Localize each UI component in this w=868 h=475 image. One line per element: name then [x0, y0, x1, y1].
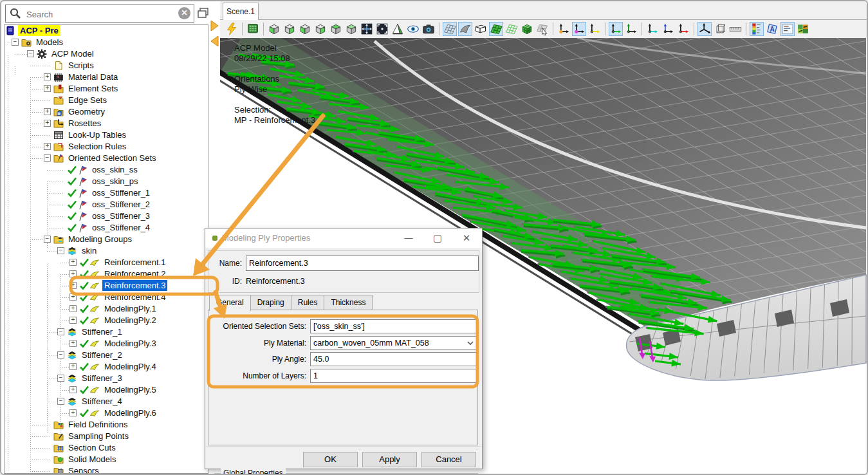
tree-item-oss-stiffener-1[interactable]: oss_Stiffener_1 [5, 187, 208, 199]
tree-item-modelingply-4[interactable]: +ModelingPly.4 [5, 361, 208, 373]
collapse-icon[interactable]: − [12, 39, 19, 46]
minimize-icon[interactable]: — [398, 228, 419, 247]
show-transverse-direction-icon[interactable] [624, 22, 638, 36]
tree-item-reinforcement-4[interactable]: +Reinforcement.4 [5, 292, 208, 303]
tree-item-label[interactable]: Reinforcement.4 [102, 292, 167, 303]
tree-item-edge-sets[interactable]: Edge Sets [5, 95, 208, 106]
tree-item-label[interactable]: ModelingPly.6 [102, 407, 158, 418]
fit-view-icon[interactable] [360, 22, 374, 36]
tree-item-geometry[interactable]: +Geometry [5, 106, 208, 118]
tree-item-label[interactable]: Scripts [66, 60, 96, 71]
element-wire-cube-icon[interactable] [713, 22, 727, 36]
tree-item-look-up-tables[interactable]: Look-Up Tables [5, 129, 208, 141]
tree-item-stiffener-1[interactable]: −Stiffener_1 [5, 326, 208, 338]
tree-item-label[interactable]: skin [80, 245, 98, 256]
isometric-view-icon[interactable] [391, 22, 405, 36]
show-mesh-icon[interactable] [443, 22, 457, 36]
tree-item-reinforcement-2[interactable]: +Reinforcement.2 [5, 268, 208, 280]
tree-item-label[interactable]: Geometry [66, 106, 107, 117]
tree-item-solid-models[interactable]: Solid Models [5, 454, 208, 465]
tree-item-label[interactable]: oss_skin_ss [90, 164, 140, 175]
field-input-ply-angle[interactable]: 45.0 [310, 352, 477, 366]
tree-item-label[interactable]: oss_Stiffener_2 [90, 199, 152, 210]
tree-item-label[interactable]: Rosettes [66, 118, 103, 129]
probe-mesh-icon[interactable] [535, 22, 549, 36]
duplicate-panel-icon[interactable] [196, 6, 210, 21]
tree-item-label[interactable]: oss_Stiffener_4 [90, 222, 152, 233]
tree-item-models[interactable]: −Models [5, 37, 208, 48]
maximize-icon[interactable]: ▢ [427, 228, 448, 247]
tree-item-label[interactable]: Look-Up Tables [66, 129, 128, 140]
tree-item-label[interactable]: Reinforcement.2 [102, 268, 167, 279]
expand-icon[interactable]: + [69, 259, 77, 266]
tree-item-selection-rules[interactable]: +Selection Rules [5, 141, 208, 153]
expand-icon[interactable]: + [44, 108, 51, 115]
expand-icon[interactable]: + [44, 143, 51, 150]
tree-item-stiffener-3[interactable]: −Stiffener_3 [5, 373, 208, 384]
dialog-titlebar[interactable]: Modeling Ply Properties — ▢ ✕ [205, 228, 482, 248]
view-back-icon[interactable] [282, 22, 297, 36]
tree-item-modelingply-1[interactable]: +ModelingPly.1 [5, 303, 208, 315]
tree-item-reinforcement-1[interactable]: +Reinforcement.1 [5, 257, 208, 268]
tree-item-label[interactable]: oss_Stiffener_3 [90, 210, 152, 221]
tree-item-label[interactable]: Stiffener_1 [80, 326, 124, 337]
cancel-button[interactable]: Cancel [421, 452, 476, 467]
tree-item-modelingply-2[interactable]: +ModelingPly.2 [5, 315, 208, 326]
show-user-cs-icon[interactable] [557, 22, 571, 36]
show-offset-direction-icon[interactable] [587, 22, 602, 36]
measure-ruler-icon[interactable] [728, 22, 743, 36]
field-input-number-of-layers[interactable]: 1 [310, 369, 477, 383]
expand-icon[interactable]: + [69, 340, 77, 347]
tree-item-label[interactable]: ModelingPly.3 [102, 338, 158, 349]
view-left-icon[interactable] [298, 22, 312, 36]
expand-icon[interactable]: + [69, 363, 77, 370]
tree-item-label[interactable]: ModelingPly.4 [102, 361, 158, 372]
tree-item-label[interactable]: ACP - Pre [18, 25, 60, 36]
expand-icon[interactable]: + [69, 305, 77, 312]
collapse-icon[interactable]: − [57, 328, 64, 335]
view-right-icon[interactable] [313, 22, 328, 36]
collapse-icon[interactable]: − [57, 247, 64, 254]
tree-item-label[interactable]: Reinforcement.3 [102, 280, 167, 291]
close-icon[interactable]: ✕ [456, 228, 477, 247]
snapshot-camera-icon[interactable] [421, 22, 436, 36]
tree-item-section-cuts[interactable]: Section Cuts [5, 442, 208, 454]
tree-item-label[interactable]: Stiffener_2 [80, 349, 124, 360]
tab-rules[interactable]: Rules [291, 295, 325, 310]
tree-item-acp-model[interactable]: −ACP Model [5, 48, 208, 60]
splitter-collapse-icon[interactable] [210, 20, 219, 32]
expand-icon[interactable]: + [69, 409, 77, 416]
tree-item-label[interactable]: Oriented Selection Sets [66, 153, 158, 163]
expand-icon[interactable]: + [69, 270, 77, 277]
tree-item-label[interactable]: Material Data [66, 71, 120, 82]
tree-item-oss-skin-ps[interactable]: oss_skin_ps [5, 176, 208, 187]
collapse-icon[interactable]: − [57, 398, 64, 405]
tree-item-skin[interactable]: −skin [5, 245, 208, 257]
show-parallel-cs-icon[interactable] [572, 22, 586, 36]
tree-item-sensors[interactable]: Sensors [5, 465, 208, 474]
tree-item-modelingply-6[interactable]: +ModelingPly.6 [5, 407, 208, 419]
tree-item-label[interactable]: ACP Model [50, 48, 96, 59]
show-shaded-surface-icon[interactable] [458, 22, 472, 36]
tree-item-oriented-selection-sets[interactable]: −Oriented Selection Sets [5, 153, 208, 164]
tree-item-oss-stiffener-4[interactable]: oss_Stiffener_4 [5, 222, 208, 234]
expand-icon[interactable]: + [69, 317, 77, 324]
view-top-icon[interactable] [329, 22, 343, 36]
tree-item-element-sets[interactable]: +Element Sets [5, 83, 208, 95]
tree-item-label[interactable]: Reinforcement.1 [102, 257, 167, 268]
orientation-colors-icon[interactable] [796, 22, 810, 36]
tree-item-label[interactable]: ModelingPly.1 [102, 303, 158, 314]
tab-draping[interactable]: Draping [251, 295, 291, 310]
tree-item-stiffener-4[interactable]: −Stiffener_4 [5, 396, 208, 407]
tree-item-modelingply-5[interactable]: +ModelingPly.5 [5, 384, 208, 396]
tab-general[interactable]: General [209, 295, 251, 311]
expand-icon[interactable]: + [44, 73, 51, 80]
tree-item-oss-stiffener-2[interactable]: oss_Stiffener_2 [5, 199, 208, 210]
tree-item-oss-stiffener-3[interactable]: oss_Stiffener_3 [5, 210, 208, 222]
tree-item-label[interactable]: Edge Sets [66, 95, 109, 106]
tree-item-label[interactable]: ModelingPly.2 [102, 315, 158, 326]
tree-item-field-definitions[interactable]: Field Definitions [5, 419, 208, 431]
tree-item-scripts[interactable]: Scripts [5, 60, 208, 71]
tree-item-sampling-points[interactable]: Sampling Points [5, 431, 208, 442]
tab-scene1[interactable]: Scene.1 [223, 3, 259, 20]
